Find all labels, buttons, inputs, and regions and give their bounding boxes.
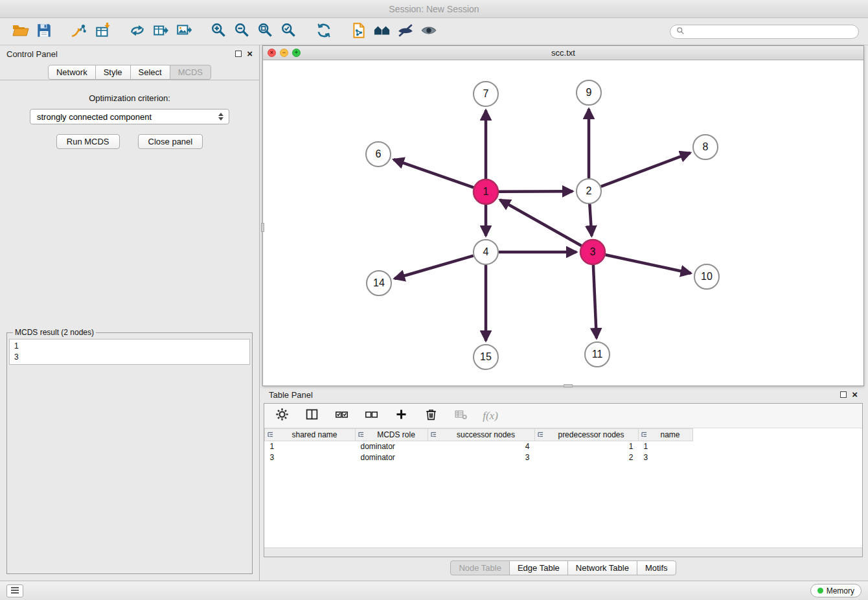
graph-edge-3-1[interactable] — [500, 200, 582, 246]
cell-name[interactable]: 1 — [639, 441, 693, 452]
graph-node-label: 8 — [703, 141, 709, 152]
deselect-all-button[interactable] — [363, 408, 380, 424]
save-session-button[interactable] — [32, 21, 56, 42]
import-network-button[interactable] — [67, 21, 91, 42]
tab-motifs[interactable]: Motifs — [637, 560, 676, 575]
criterion-dropdown[interactable]: strongly connected component — [30, 109, 229, 124]
home-button[interactable] — [371, 21, 394, 42]
float-table-panel-icon[interactable] — [840, 391, 847, 398]
graph-edge-1-2[interactable] — [499, 191, 573, 192]
column-header-name[interactable]: name — [639, 429, 693, 441]
graph-node-1[interactable]: 1 — [474, 179, 498, 204]
table-scrollbar-strip[interactable] — [264, 548, 862, 557]
column-header-mcds-role[interactable]: MCDS role — [356, 429, 428, 441]
search-field[interactable] — [670, 25, 859, 39]
open-folder-icon — [12, 22, 29, 41]
graph-edge-4-14[interactable] — [394, 256, 474, 279]
tab-network[interactable]: Network — [48, 65, 96, 80]
close-panel-icon[interactable]: × — [247, 51, 253, 57]
delete-table-button[interactable] — [452, 408, 469, 424]
status-menu-button[interactable] — [6, 584, 23, 597]
delete-row-button[interactable] — [422, 408, 439, 424]
tab-style[interactable]: Style — [95, 65, 131, 80]
cell-predecessor-nodes[interactable]: 1 — [535, 441, 639, 452]
graph-node-3[interactable]: 3 — [580, 240, 605, 264]
table-row[interactable]: 1 dominator 4 1 1 — [265, 441, 693, 452]
graph-node-7[interactable]: 7 — [474, 82, 498, 106]
graph-node-2[interactable]: 2 — [577, 179, 601, 203]
network-arrows-button[interactable] — [126, 21, 149, 42]
cell-successor-nodes[interactable]: 4 — [428, 441, 535, 452]
import-table-button[interactable] — [91, 21, 114, 42]
zoom-fit-button[interactable] — [254, 21, 277, 42]
show-details-button[interactable] — [417, 21, 440, 42]
tab-select[interactable]: Select — [130, 65, 170, 80]
open-network-file-button[interactable] — [347, 21, 371, 42]
tab-node-table[interactable]: Node Table — [450, 560, 510, 575]
network-window-title: scc.txt — [263, 48, 863, 58]
cell-name[interactable]: 3 — [639, 452, 693, 463]
zoom-in-button[interactable] — [207, 21, 231, 42]
hide-details-button[interactable] — [394, 21, 417, 42]
float-panel-icon[interactable] — [235, 51, 242, 57]
splitter-handle-horizontal[interactable] — [564, 384, 573, 387]
tab-network-table[interactable]: Network Table — [567, 560, 637, 575]
splitter-handle-vertical[interactable] — [261, 223, 264, 232]
graph-node-14[interactable]: 14 — [367, 271, 391, 295]
refresh-button[interactable] — [312, 21, 336, 42]
graph-edge-1-6[interactable] — [394, 159, 474, 187]
control-panel-tabs: Network Style Select MCDS — [0, 62, 259, 80]
column-header-shared-name[interactable]: shared name — [265, 429, 356, 441]
close-table-panel-icon[interactable]: × — [852, 391, 858, 398]
control-panel-header: Control Panel × — [0, 45, 259, 62]
open-session-button[interactable] — [9, 21, 32, 42]
graph-node-11[interactable]: 11 — [585, 342, 610, 367]
network-canvas[interactable]: 7968124314101511 — [263, 60, 863, 386]
cell-mcds-role[interactable]: dominator — [356, 441, 428, 452]
cell-predecessor-nodes[interactable]: 2 — [535, 452, 639, 463]
eye-icon — [420, 22, 437, 41]
graph-edge-3-10[interactable] — [606, 255, 691, 273]
table-row[interactable]: 3 dominator 3 2 3 — [265, 452, 693, 463]
network-graph[interactable]: 7968124314101511 — [263, 60, 863, 386]
close-panel-button[interactable]: Close panel — [138, 134, 203, 149]
table-settings-button[interactable] — [273, 408, 290, 424]
column-options-icon — [358, 431, 365, 441]
add-row-button[interactable] — [393, 408, 409, 424]
export-table-icon — [152, 22, 169, 41]
minimize-window-icon[interactable]: − — [280, 49, 288, 57]
column-header-successor-nodes[interactable]: successor nodes — [428, 429, 535, 441]
run-mcds-button[interactable]: Run MCDS — [56, 134, 120, 149]
graph-node-6[interactable]: 6 — [366, 142, 391, 167]
mcds-result-group: MCDS result (2 nodes) 1 3 — [6, 328, 253, 574]
zoom-out-button[interactable] — [231, 21, 254, 42]
cell-mcds-role[interactable]: dominator — [356, 452, 428, 463]
graph-node-15[interactable]: 15 — [474, 345, 498, 369]
cell-shared-name[interactable]: 1 — [265, 441, 356, 452]
search-input[interactable] — [689, 27, 852, 36]
memory-button[interactable]: Memory — [810, 584, 862, 597]
select-all-button[interactable] — [333, 408, 350, 424]
tab-mcds[interactable]: MCDS — [170, 65, 211, 80]
mcds-panel-body: Optimization criterion: strongly connect… — [0, 80, 259, 581]
export-image-button[interactable] — [172, 21, 196, 42]
graph-edge-3-11[interactable] — [593, 265, 597, 338]
graph-node-8[interactable]: 8 — [693, 135, 718, 159]
zoom-in-icon — [211, 22, 227, 41]
graph-node-10[interactable]: 10 — [694, 264, 719, 289]
export-table-button[interactable] — [149, 21, 172, 42]
column-header-predecessor-nodes[interactable]: predecessor nodes — [535, 429, 639, 441]
zoom-selected-button[interactable] — [277, 21, 301, 42]
show-columns-button[interactable] — [303, 408, 320, 424]
graph-node-9[interactable]: 9 — [577, 80, 601, 105]
graph-edge-2-8[interactable] — [601, 153, 691, 187]
function-builder-button[interactable]: f(x) — [482, 408, 499, 424]
close-window-icon[interactable]: × — [268, 49, 276, 57]
cell-shared-name[interactable]: 3 — [265, 452, 356, 463]
tab-edge-table[interactable]: Edge Table — [509, 560, 568, 575]
graph-edge-2-3[interactable] — [589, 204, 591, 236]
cell-successor-nodes[interactable]: 3 — [428, 452, 535, 463]
maximize-window-icon[interactable]: + — [292, 49, 301, 57]
unchecked-boxes-icon — [365, 408, 378, 424]
graph-node-4[interactable]: 4 — [474, 240, 498, 264]
